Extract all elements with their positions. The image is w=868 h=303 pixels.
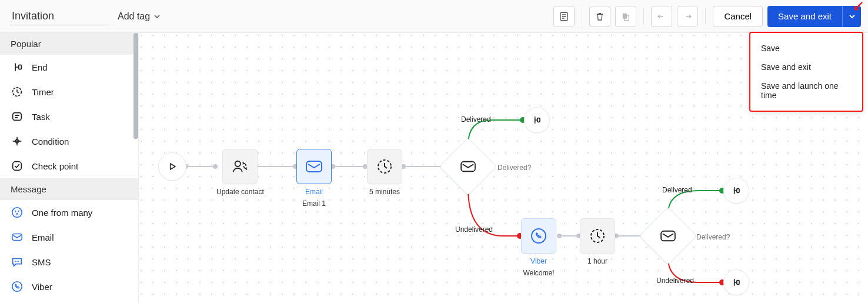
checkpoint-icon — [11, 159, 24, 172]
viber-icon — [11, 280, 24, 293]
node-label: 5 minutes — [369, 188, 400, 196]
sidebar-item-email[interactable]: Email — [0, 225, 138, 249]
node-end-2[interactable] — [723, 178, 749, 204]
sidebar-item-label: One from many — [32, 208, 92, 218]
redo-button[interactable] — [677, 6, 698, 27]
annotation-arrow-icon — [850, 1, 864, 15]
cancel-button[interactable]: Cancel — [713, 6, 763, 27]
notes-button[interactable] — [553, 6, 575, 27]
sidebar-section-popular: Popular — [0, 33, 138, 55]
svg-point-8 — [12, 208, 22, 218]
end-icon — [531, 114, 543, 126]
edge-label-delivered: Delivered — [662, 186, 692, 194]
svg-rect-1 — [623, 13, 627, 18]
delete-button[interactable] — [589, 6, 610, 27]
condition-icon — [11, 135, 24, 148]
copy-button[interactable] — [615, 6, 636, 27]
sidebar-item-end[interactable]: End — [0, 55, 138, 79]
save-menu-save-exit[interactable]: Save and exit — [750, 58, 862, 76]
node-label: Email 1 — [302, 199, 326, 208]
flow-start-node[interactable] — [158, 152, 186, 181]
sidebar-item-label: Condition — [32, 136, 69, 146]
add-tag-label: Add tag — [118, 11, 150, 22]
node-timer-1[interactable]: 5 minutes — [367, 149, 402, 196]
svg-point-12 — [18, 261, 19, 262]
sidebar-item-sms[interactable]: SMS — [0, 249, 138, 274]
end-icon — [730, 277, 742, 288]
svg-rect-41 — [306, 161, 322, 172]
node-email[interactable]: Email Email 1 — [296, 149, 332, 208]
email-icon — [305, 159, 323, 174]
sidebar-item-label: Viber — [32, 282, 52, 292]
sidebar-item-label: Task — [32, 112, 50, 122]
copy-icon — [620, 11, 631, 22]
sidebar-item-one-from-many[interactable]: One from many — [0, 200, 138, 225]
timer-icon — [376, 158, 393, 175]
end-icon — [11, 61, 24, 74]
task-icon — [11, 110, 24, 123]
sidebar-item-checkpoint[interactable]: Check point — [0, 154, 138, 178]
node-timer-2[interactable]: 1 hour — [580, 218, 615, 265]
flow-name-input[interactable] — [11, 8, 111, 25]
node-condition-2[interactable] — [639, 207, 697, 265]
redo-icon — [682, 11, 693, 22]
node-type-label: Viber — [530, 257, 547, 265]
end-icon — [730, 185, 742, 197]
save-dropdown-menu: Save Save and exit Save and launch one t… — [749, 32, 863, 112]
sidebar-item-condition[interactable]: Condition — [0, 129, 138, 154]
svg-rect-44 — [538, 118, 540, 122]
undo-icon — [656, 11, 667, 22]
add-tag-button[interactable]: Add tag — [118, 11, 161, 22]
update-contact-icon — [231, 159, 249, 174]
play-icon — [166, 161, 178, 172]
undo-button[interactable] — [651, 6, 672, 27]
sidebar-item-viber[interactable]: Viber — [0, 274, 138, 299]
node-label: Update contact — [216, 188, 264, 196]
timer-icon — [11, 85, 24, 98]
svg-point-10 — [15, 261, 16, 262]
node-type-label: Email — [305, 188, 323, 196]
email-icon — [660, 229, 676, 242]
save-menu-save-launch[interactable]: Save and launch one time — [750, 76, 862, 105]
edge-label-delivered: Delivered — [461, 115, 491, 124]
node-condition-1[interactable] — [439, 138, 498, 196]
svg-point-30 — [557, 234, 562, 238]
sidebar-scrollbar[interactable] — [133, 33, 138, 139]
sidebar-item-label: Check point — [32, 161, 78, 171]
sidebar-section-message: Message — [0, 178, 138, 200]
chevron-down-icon — [153, 13, 161, 20]
sidebar-item-timer[interactable]: Timer — [0, 79, 138, 104]
timer-icon — [589, 228, 606, 244]
svg-rect-5 — [13, 113, 22, 121]
svg-rect-3 — [19, 65, 22, 69]
edge-label-undelivered: Undelivered — [656, 277, 694, 285]
email-icon — [11, 231, 24, 244]
sidebar-item-label: SMS — [32, 257, 51, 267]
one-from-many-icon — [11, 206, 24, 219]
trash-icon — [595, 11, 605, 22]
condition-label: Delivered? — [696, 233, 730, 241]
save-menu-save[interactable]: Save — [750, 39, 862, 58]
node-viber[interactable]: Viber Welcome! — [521, 218, 556, 277]
sidebar-item-label: End — [32, 62, 48, 72]
svg-point-40 — [235, 161, 241, 167]
svg-rect-47 — [661, 231, 675, 241]
notes-icon — [559, 11, 569, 22]
node-end-1[interactable] — [524, 107, 550, 133]
node-update-contact[interactable]: Update contact — [216, 149, 264, 196]
condition-label: Delivered? — [498, 164, 531, 172]
edge-label-undelivered: Undelivered — [455, 225, 493, 234]
node-end-3[interactable] — [723, 269, 749, 295]
sidebar: Popular End Timer Task Condition Check p… — [0, 33, 139, 303]
sidebar-item-label: Timer — [32, 87, 54, 97]
sidebar-item-task[interactable]: Task — [0, 104, 138, 129]
sms-icon — [11, 255, 24, 268]
svg-rect-43 — [461, 162, 475, 172]
sidebar-item-label: Email — [32, 232, 54, 242]
email-icon — [460, 160, 476, 173]
svg-rect-48 — [737, 189, 739, 193]
save-and-exit-button[interactable]: Save and exit — [767, 6, 842, 27]
viber-icon — [530, 227, 547, 245]
svg-point-11 — [16, 261, 18, 262]
top-bar: Add tag Cancel Save and exit — [0, 0, 868, 33]
